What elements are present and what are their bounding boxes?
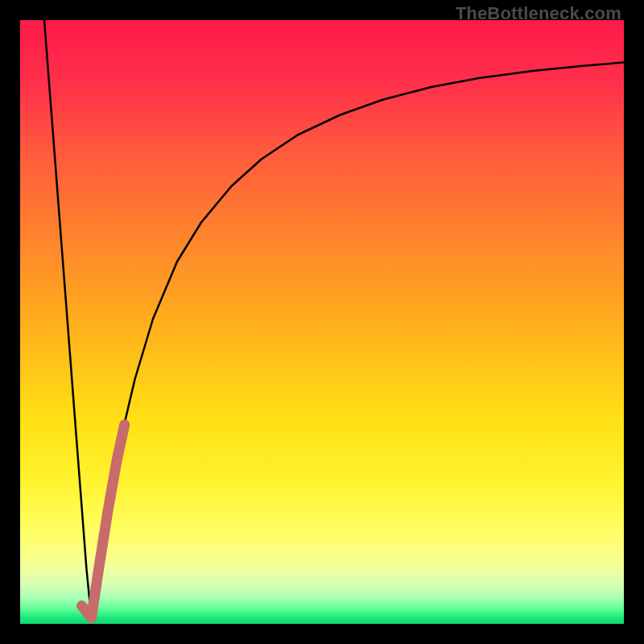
chart-frame: TheBottleneck.com xyxy=(0,0,644,644)
gradient-background xyxy=(20,20,624,624)
chart-svg xyxy=(20,20,624,624)
plot-area xyxy=(20,20,624,624)
watermark-text: TheBottleneck.com xyxy=(456,3,621,24)
